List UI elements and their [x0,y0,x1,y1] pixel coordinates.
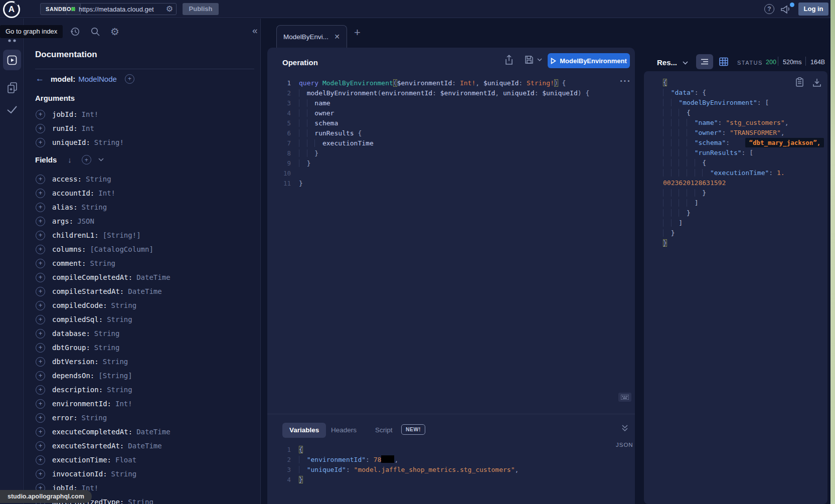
collapse-docs-icon[interactable]: « [252,25,258,36]
field-name[interactable]: access: [52,175,82,183]
add-field-button[interactable]: + [36,203,45,212]
add-field-button[interactable]: + [36,455,45,465]
field-type[interactable]: String [86,175,111,183]
field-type[interactable]: Float [115,456,136,464]
publish-button[interactable]: Publish [183,3,219,15]
tab-variables[interactable]: Variables [282,423,326,438]
field-type[interactable]: String [103,358,128,366]
field-name[interactable]: accountId: [52,189,94,197]
field-name[interactable]: compiledSql: [52,315,103,323]
response-title[interactable]: Res... [657,58,677,67]
sort-fields-icon[interactable]: ↓ [68,155,72,164]
search-icon[interactable] [90,27,100,37]
add-field-button[interactable]: + [36,399,45,409]
tab-script[interactable]: Script [375,426,393,434]
field-name[interactable]: compileStartedAt: [52,287,124,295]
field-type[interactable]: String [111,301,137,309]
fields-options-chevron-icon[interactable] [98,158,104,161]
field-type[interactable]: Int! [98,189,115,197]
field-name[interactable]: uniqueId: [52,138,90,146]
history-icon[interactable] [70,27,80,37]
share-icon[interactable] [505,55,514,65]
field-type[interactable]: DateTime [128,442,161,450]
add-field-button[interactable]: + [36,110,45,119]
add-field-button[interactable]: + [36,301,45,310]
field-type[interactable]: String [107,386,132,394]
checks-icon[interactable] [6,105,18,115]
field-type[interactable]: [String!] [103,231,141,239]
add-field-button[interactable]: + [36,441,45,451]
operation-editor[interactable]: query ModelByEnvironment($environmentId:… [299,78,589,189]
add-type-button[interactable]: + [125,74,134,84]
field-name[interactable]: dbtGroup: [52,344,90,352]
add-field-button[interactable]: + [36,343,45,353]
run-operation-button[interactable]: ModelByEnvironment [548,53,630,68]
collapse-variables-icon[interactable] [621,424,629,432]
add-field-button[interactable]: + [36,273,45,282]
add-field-button[interactable]: + [36,427,45,437]
field-type[interactable]: String [107,315,132,323]
field-type[interactable]: Int! [115,400,132,408]
field-type[interactable]: String [128,498,153,504]
add-field-button[interactable]: + [36,287,45,296]
save-dropdown-chevron-icon[interactable] [537,58,542,62]
field-type[interactable]: Int! [82,110,99,118]
add-field-button[interactable]: + [36,413,45,423]
field-name[interactable]: error: [52,414,78,422]
field-type[interactable]: Int [82,124,94,132]
field-name[interactable]: runId: [52,124,78,132]
add-field-button[interactable]: + [36,189,45,198]
field-name[interactable]: comment: [52,259,86,267]
add-field-button[interactable]: + [36,385,45,395]
keyboard-shortcuts-icon[interactable] [618,393,631,402]
back-arrow-icon[interactable]: ← [36,74,44,84]
explorer-nav-selected[interactable] [3,50,21,70]
field-name[interactable]: compiledCode: [52,301,107,309]
field-type[interactable]: String [94,344,120,352]
field-type[interactable]: String! [94,138,124,146]
add-field-button[interactable]: + [36,357,45,367]
field-name[interactable]: invocationId: [52,470,107,478]
field-type[interactable]: String [82,203,107,211]
field-name[interactable]: dbtVersion: [52,358,99,366]
help-icon[interactable]: ? [764,4,774,14]
field-name[interactable]: args: [52,217,73,225]
apollo-logo[interactable]: A [3,1,20,18]
add-field-button[interactable]: + [36,245,45,254]
login-button[interactable]: Log in [798,3,828,16]
add-field-button[interactable]: + [36,329,45,339]
close-tab-icon[interactable]: ✕ [334,33,340,41]
response-view-raw-toggle[interactable] [696,54,713,69]
field-name[interactable]: columns: [52,245,86,253]
add-field-button[interactable]: + [36,231,45,240]
operation-tab[interactable]: ModelByEnvi... ✕ [276,25,347,48]
add-tab-button[interactable]: + [354,26,361,39]
field-name[interactable]: executionTime: [52,456,111,464]
field-type[interactable]: [CatalogColumn] [90,245,153,253]
add-field-button[interactable]: + [36,124,45,133]
variables-editor[interactable]: { "environmentId": 78, "uniqueId": "mode… [299,445,519,485]
schema-sdl-icon[interactable] [7,81,19,94]
field-name[interactable]: database: [52,329,90,338]
add-field-button[interactable]: + [36,175,45,184]
add-field-button[interactable]: + [36,371,45,381]
field-name[interactable]: executeStartedAt: [52,442,124,450]
field-type[interactable]: JSON [77,217,94,225]
operation-menu-dots-icon[interactable]: ··· [620,76,631,87]
field-type[interactable]: DateTime [136,273,170,281]
tab-headers[interactable]: Headers [331,426,357,434]
field-name[interactable]: alias: [52,203,78,211]
field-name[interactable]: compileCompletedAt: [52,273,132,281]
field-name[interactable]: executeCompletedAt: [52,428,132,436]
connection-settings-gear-icon[interactable]: ⚙ [166,5,173,13]
field-type[interactable]: String [94,329,120,338]
field-type[interactable]: DateTime [128,287,161,295]
field-type[interactable]: String [111,470,137,478]
add-field-button[interactable]: + [36,138,45,147]
field-type[interactable]: String [82,414,107,422]
breadcrumb-type-link[interactable]: ModelNode [78,75,117,83]
add-field-button[interactable]: + [36,217,45,226]
add-field-button[interactable]: + [36,259,45,268]
add-field-button[interactable]: + [36,469,45,479]
response-view-table-toggle[interactable] [719,57,729,67]
